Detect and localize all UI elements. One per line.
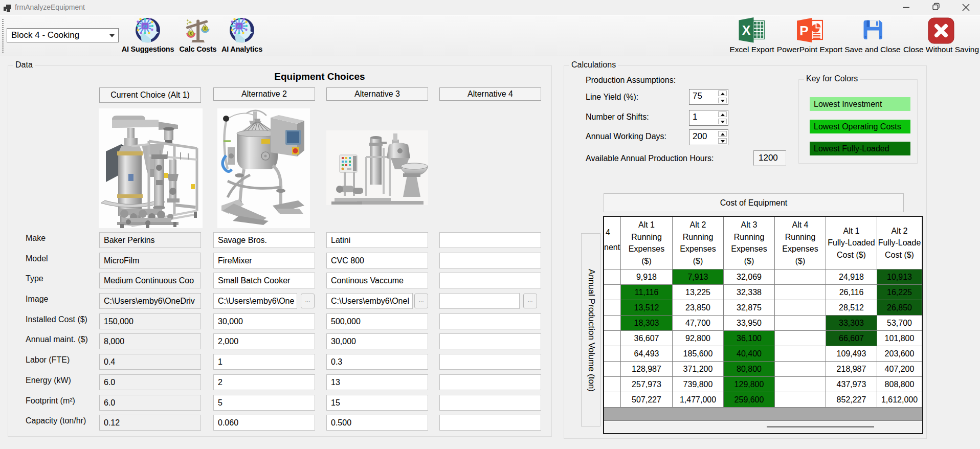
svg-text:P: P [799,23,808,38]
svg-text:$: $ [204,26,207,31]
svg-text:$: $ [190,31,192,36]
svg-text:X: X [742,23,751,37]
svg-text:AI: AI [143,24,147,29]
